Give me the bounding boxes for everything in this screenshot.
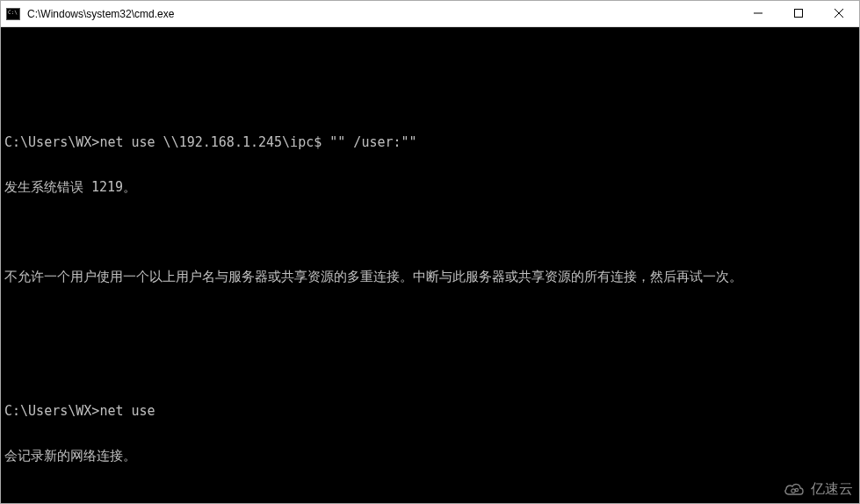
close-button[interactable] [819,1,859,26]
terminal-area[interactable]: C:\Users\WX>net use \\192.168.1.245\ipc$… [1,27,859,503]
titlebar[interactable]: C:\Windows\system32\cmd.exe [1,1,859,27]
terminal-line: 发生系统错误 1219。 [4,180,859,195]
terminal-line: C:\Users\WX>net use [4,404,859,419]
terminal-line [4,359,859,374]
terminal-line [4,314,859,329]
svg-rect-1 [795,10,803,18]
app-icon-slot [1,1,25,27]
minimize-button[interactable] [738,1,778,26]
terminal-line: 不允许一个用户使用一个以上用户名与服务器或共享资源的多重连接。中断与此服务器或共… [4,270,859,284]
cmd-window: C:\Windows\system32\cmd.exe C:\Users\WX>… [0,0,860,504]
terminal-line [4,61,859,76]
terminal-line: 会记录新的网络连接。 [4,449,859,464]
cmd-icon [6,8,20,20]
terminal-line [4,493,859,503]
window-controls [738,1,859,27]
maximize-button[interactable] [778,1,819,26]
terminal-line: C:\Users\WX>net use \\192.168.1.245\ipc$… [4,135,859,150]
window-title: C:\Windows\system32\cmd.exe [25,8,738,20]
